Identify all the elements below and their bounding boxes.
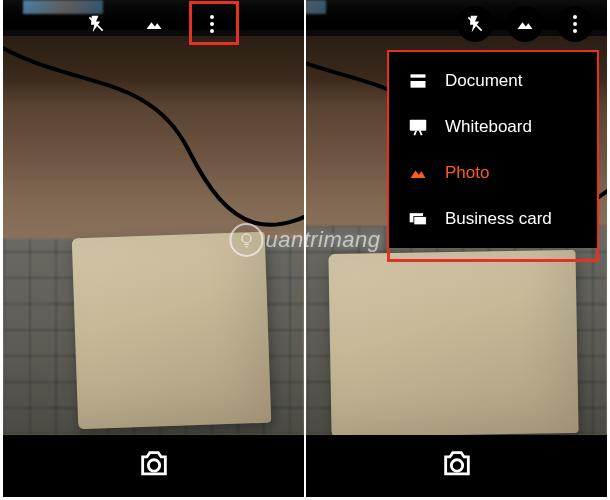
capture-mode-menu: Document Whiteboard Photo Business card <box>389 52 597 248</box>
svg-point-1 <box>148 460 159 471</box>
document-icon <box>405 70 431 92</box>
side-by-side-container: Document Whiteboard Photo Business card <box>3 0 607 497</box>
left-screenshot <box>3 0 304 497</box>
flash-toggle-button[interactable] <box>78 6 114 42</box>
shutter-button[interactable] <box>440 447 474 485</box>
menu-item-whiteboard[interactable]: Whiteboard <box>389 104 597 150</box>
flash-toggle-button[interactable] <box>457 6 493 42</box>
menu-item-label: Whiteboard <box>445 117 532 137</box>
capture-mode-button[interactable] <box>136 6 172 42</box>
more-options-button[interactable] <box>557 6 593 42</box>
top-controls <box>306 6 607 42</box>
camera-icon <box>137 447 171 481</box>
menu-item-label: Document <box>445 71 522 91</box>
svg-rect-3 <box>411 74 426 77</box>
image-mode-icon <box>515 14 535 34</box>
menu-item-photo[interactable]: Photo <box>389 150 597 196</box>
photo-icon <box>405 162 431 184</box>
camera-viewport <box>3 0 304 435</box>
svg-rect-5 <box>410 120 427 131</box>
svg-point-8 <box>451 460 462 471</box>
business-card-icon <box>405 208 431 230</box>
more-icon <box>573 15 577 19</box>
scene-wire <box>3 30 304 230</box>
flash-off-icon <box>465 14 485 34</box>
scene-paper <box>329 250 579 437</box>
top-controls <box>3 6 304 42</box>
svg-rect-4 <box>411 81 426 88</box>
image-mode-icon <box>144 14 164 34</box>
menu-item-label: Photo <box>445 163 489 183</box>
bottom-bar <box>3 435 304 497</box>
capture-mode-button[interactable] <box>507 6 543 42</box>
whiteboard-icon <box>405 116 431 138</box>
shutter-button[interactable] <box>137 447 171 485</box>
flash-off-icon <box>86 14 106 34</box>
right-screenshot: Document Whiteboard Photo Business card <box>306 0 607 497</box>
menu-item-document[interactable]: Document <box>389 58 597 104</box>
menu-item-business-card[interactable]: Business card <box>389 196 597 242</box>
highlight-frame-mode-button <box>189 1 239 45</box>
camera-icon <box>440 447 474 481</box>
scene-paper <box>72 232 271 430</box>
bottom-bar <box>306 435 607 497</box>
menu-item-label: Business card <box>445 209 552 229</box>
svg-rect-7 <box>414 217 427 225</box>
